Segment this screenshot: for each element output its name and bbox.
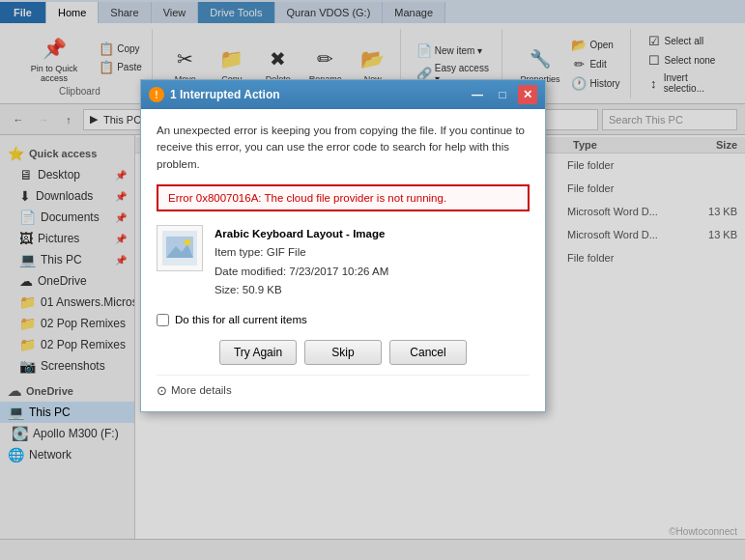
dialog-body: An unexpected error is keeping you from … — [141, 109, 545, 411]
skip-button[interactable]: Skip — [304, 340, 382, 365]
checkbox-label: Do this for all current items — [175, 314, 307, 325]
chevron-down-icon: ⊙ — [157, 383, 167, 398]
file-info-row: Arabic Keyboard Layout - Image Item type… — [157, 225, 530, 300]
dialog-description: An unexpected error is keeping you from … — [157, 123, 530, 173]
checkbox-row: Do this for all current items — [157, 314, 530, 326]
dialog-buttons: Try Again Skip Cancel — [157, 340, 530, 365]
maximize-button[interactable]: □ — [493, 85, 512, 104]
file-size: Size: 50.9 KB — [215, 281, 388, 300]
warning-icon: ! — [149, 87, 164, 102]
file-title: Arabic Keyboard Layout - Image — [215, 225, 388, 244]
file-details: Arabic Keyboard Layout - Image Item type… — [215, 225, 388, 300]
interrupted-action-dialog: ! 1 Interrupted Action — □ ✕ An unexpect… — [140, 79, 546, 412]
file-thumbnail — [157, 225, 203, 271]
file-date: Date modified: 7/23/2017 10:26 AM — [215, 263, 388, 282]
error-message: Error 0x8007016A: The cloud file provide… — [168, 192, 446, 204]
dialog-overlay: ! 1 Interrupted Action — □ ✕ An unexpect… — [0, 0, 745, 560]
image-thumbnail-svg — [162, 231, 197, 266]
dialog-title: 1 Interrupted Action — [170, 88, 462, 101]
minimize-button[interactable]: — — [468, 85, 487, 104]
cancel-button[interactable]: Cancel — [389, 340, 467, 365]
all-current-items-checkbox[interactable] — [157, 314, 169, 326]
file-item-type: Item type: GIF File — [215, 243, 388, 263]
svg-point-3 — [185, 239, 190, 245]
dialog-title-bar: ! 1 Interrupted Action — □ ✕ — [141, 80, 545, 109]
more-details-row[interactable]: ⊙ More details — [157, 375, 530, 398]
try-again-button[interactable]: Try Again — [219, 340, 297, 365]
more-details-label: More details — [171, 384, 232, 396]
error-box: Error 0x8007016A: The cloud file provide… — [157, 184, 530, 211]
close-button[interactable]: ✕ — [518, 85, 537, 104]
